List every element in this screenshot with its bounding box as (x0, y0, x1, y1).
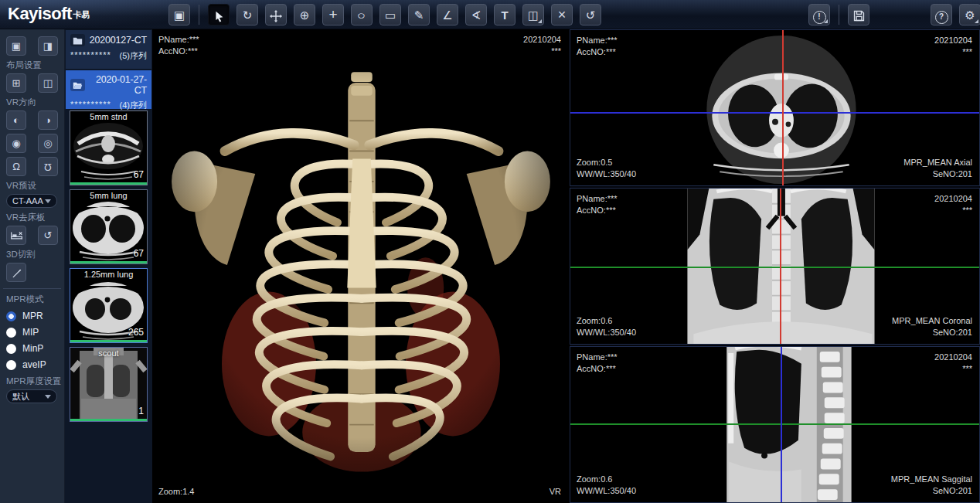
thumbnail-image-count: 1 (138, 406, 144, 416)
vr-left-button[interactable]: ◉ (6, 134, 26, 153)
cursor-tool-button[interactable] (208, 4, 230, 25)
app-logo: Kayisoft卡易 (8, 4, 90, 24)
rotate-3d-tool-button[interactable]: ↻ (236, 4, 258, 25)
thumbnail-label: 5mm stnd (70, 112, 147, 121)
text-annotation-tool-button[interactable]: T (494, 4, 516, 25)
thumbnail-progress-bar (70, 182, 147, 185)
ct-workstation-app: Kayisoft卡易 ▣ ↻ ⊕ + ○ ▭ ✎ ∠ ∢ T ◫ × ↺ ! ? (0, 0, 980, 503)
help-button[interactable]: ? (931, 4, 952, 25)
ellipse-icon: ○ (357, 5, 366, 25)
rotate-3d-icon: ↻ (243, 8, 253, 22)
sidebar-divider (3, 288, 61, 289)
vr-head-icon: Ω (12, 161, 20, 172)
study-series-count: (4)序列 (120, 100, 147, 111)
radio-icon (6, 344, 16, 354)
vr-feet-button[interactable]: Ω (38, 157, 58, 176)
rect-roi-tool-button[interactable]: ▭ (379, 4, 401, 25)
layout-split-button[interactable]: ◫ (38, 73, 58, 93)
pan-icon (269, 8, 283, 22)
scalpel-button[interactable] (6, 263, 26, 282)
series-thumbnail-5mm-stnd[interactable]: 5mm stnd 67 (70, 110, 148, 185)
coronal-crosshair-vertical[interactable] (780, 189, 781, 344)
zoom-in-icon: ⊕ (300, 8, 310, 22)
report-icon: ! (813, 11, 826, 24)
layout-settings-label: 布局设置 (6, 59, 58, 71)
sagittal-crosshair-vertical[interactable] (781, 347, 782, 502)
axial-crosshair-horizontal[interactable] (570, 112, 979, 114)
mpr-sagittal-viewport[interactable]: PName:*** AccNO:*** 20210204 *** Zoom:0.… (570, 346, 980, 503)
toolbar-mid-group: ! (808, 4, 869, 25)
report-button[interactable]: ! (808, 4, 830, 25)
vr-anterior-button[interactable]: ◐ (6, 110, 26, 130)
crosshair-tool-button[interactable]: + (322, 4, 344, 25)
reset-icon: ↺ (586, 8, 596, 22)
radio-mpr[interactable]: MPR (6, 311, 58, 321)
layout-panel-button[interactable]: ◨ (38, 36, 58, 56)
pencil-icon: ✎ (414, 8, 424, 22)
toolbar-divider (839, 5, 839, 25)
settings-button[interactable]: ⚙ (959, 4, 980, 25)
vr-ribcage-render (152, 37, 568, 501)
radio-mip[interactable]: MIP (6, 327, 58, 338)
layout-split-icon: ◫ (43, 77, 53, 89)
layout-single-button[interactable]: ▣ (6, 36, 26, 56)
study-item-1[interactable]: 20200127-CT ********** (5)序列 (66, 30, 151, 69)
help-icon: ? (935, 11, 948, 24)
thumbnail-image (70, 348, 147, 421)
radio-aveip[interactable]: aveIP (6, 359, 58, 370)
radio-minp[interactable]: MinP (6, 343, 58, 354)
vr-direction-label: VR方向 (6, 97, 58, 108)
measure-line-tool-button[interactable]: ✎ (408, 4, 430, 25)
series-thumbnail-1-25mm-lung[interactable]: 1.25mm lung 265 (70, 268, 148, 343)
thumbnail-label: 1.25mm lung (70, 270, 147, 279)
axial-slice-image (570, 30, 979, 185)
coronal-crosshair-horizontal[interactable] (570, 267, 979, 268)
study-item-2-selected[interactable]: 2020-01-27-CT ********** (4)序列 (66, 70, 151, 109)
reset-view-button[interactable]: ↺ (580, 4, 601, 25)
vr-posterior-button[interactable]: ◑ (38, 110, 58, 130)
series-thumbnail-scout[interactable]: scout 1 (70, 347, 148, 422)
mpr-axial-viewport[interactable]: PName:*** AccNO:*** 20210204 *** Zoom:0.… (570, 29, 980, 186)
vr-viewport[interactable]: PName:*** AccNO:*** 20210204 *** Zoom:1.… (152, 29, 568, 503)
angle-tool-button[interactable]: ∠ (437, 4, 458, 25)
layout-tool-button[interactable]: ▣ (168, 4, 190, 25)
remove-bed-button[interactable] (6, 226, 26, 245)
zoom-tool-button[interactable]: ⊕ (294, 4, 315, 25)
folder-open-icon (70, 79, 85, 91)
sagittal-crosshair-horizontal[interactable] (570, 423, 979, 425)
vr-preset-select[interactable]: CT-AAA (6, 194, 57, 208)
save-button[interactable] (848, 4, 869, 25)
vr-preset-value: CT-AAA (12, 196, 43, 206)
vr-feet-icon: Ω (44, 158, 52, 175)
radio-icon (6, 360, 16, 370)
mpr-coronal-viewport[interactable]: PName:*** AccNO:*** 20210204 *** Zoom:0.… (570, 188, 980, 345)
vr-right-button[interactable]: ◎ (38, 134, 58, 153)
top-toolbar: Kayisoft卡易 ▣ ↻ ⊕ + ○ ▭ ✎ ∠ ∢ T ◫ × ↺ ! ? (0, 0, 980, 29)
cobb-angle-tool-button[interactable]: ∢ (465, 4, 487, 25)
study-patient-id: ********** (70, 50, 111, 62)
thumbnail-image-count: 265 (128, 327, 144, 338)
axial-crosshair-vertical[interactable] (782, 30, 784, 185)
vr-head-button[interactable]: Ω (6, 157, 26, 176)
close-icon: × (558, 7, 567, 22)
layout-grid-button[interactable]: ⊞ (6, 73, 26, 93)
delete-annotation-button[interactable]: × (551, 4, 573, 25)
pan-tool-button[interactable] (265, 4, 287, 25)
crosshair-icon: + (328, 6, 337, 22)
mpr-thickness-label: MPR厚度设置 (6, 376, 58, 387)
study-series-count: (5)序列 (120, 50, 147, 62)
layout-panel-icon: ◨ (43, 40, 53, 52)
thumbnail-image-count: 67 (134, 248, 144, 259)
cobb-angle-icon: ∢ (471, 8, 481, 22)
mpr-mode-label: MPR模式 (6, 294, 58, 305)
thumbnail-label: 5mm lung (70, 191, 147, 200)
series-thumbnail-5mm-lung[interactable]: 5mm lung 67 (70, 189, 148, 264)
window-level-tool-button[interactable]: ◫ (522, 4, 544, 25)
toolbar-main-group: ▣ ↻ ⊕ + ○ ▭ ✎ ∠ ∢ T ◫ × ↺ (168, 4, 601, 25)
bed-reset-button[interactable]: ↺ (38, 226, 58, 245)
radio-mip-label: MIP (22, 327, 39, 338)
mpr-thickness-select[interactable]: 默认 (6, 389, 57, 403)
ellipse-roi-tool-button[interactable]: ○ (351, 4, 373, 25)
vr-left-icon: ◉ (12, 138, 20, 149)
save-icon (852, 8, 866, 22)
